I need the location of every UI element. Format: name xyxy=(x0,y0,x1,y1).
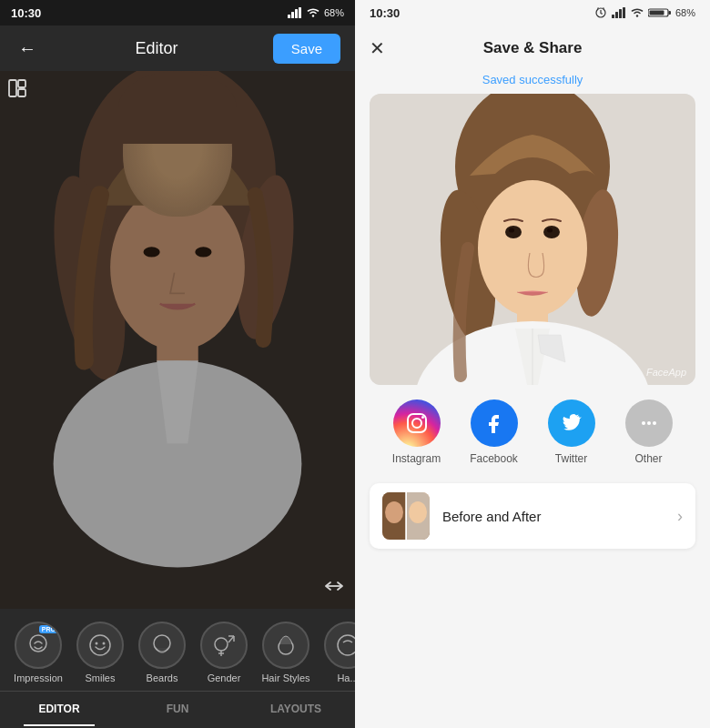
smiles-icon xyxy=(86,632,114,659)
instagram-icon xyxy=(393,399,441,447)
svg-point-24 xyxy=(215,638,228,651)
twitter-svg xyxy=(560,411,583,435)
svg-rect-17 xyxy=(18,89,25,96)
tab-editor[interactable]: EDITOR xyxy=(0,699,118,719)
svg-rect-3 xyxy=(299,7,301,18)
svg-line-28 xyxy=(228,636,234,642)
status-bar-right: 10:30 xyxy=(355,0,710,25)
filter-gender[interactable]: Gender xyxy=(193,618,255,687)
filter-icon-gender xyxy=(200,622,248,669)
time-left: 10:30 xyxy=(11,6,41,20)
filter-toolbar: Impression Smiles xyxy=(0,609,355,691)
twitter-icon xyxy=(548,399,595,447)
svg-point-68 xyxy=(409,501,427,523)
other-label: Other xyxy=(634,452,662,465)
expand-button[interactable] xyxy=(324,579,344,598)
svg-point-63 xyxy=(647,421,651,425)
editor-image-area xyxy=(0,71,355,609)
preview-portrait-svg xyxy=(370,94,695,385)
filter-icon-more xyxy=(324,622,355,669)
facebook-label: Facebook xyxy=(470,452,518,465)
wifi-icon-right xyxy=(630,7,644,18)
svg-rect-1 xyxy=(291,12,294,18)
filter-icon-smiles xyxy=(76,622,124,669)
share-twitter[interactable]: Twitter xyxy=(542,399,601,465)
wifi-icon-left xyxy=(306,7,320,18)
before-after-svg xyxy=(382,492,430,540)
svg-rect-2 xyxy=(295,9,298,18)
filter-smiles[interactable]: Smiles xyxy=(69,618,131,687)
filter-icon-beards xyxy=(138,622,186,669)
svg-rect-44 xyxy=(668,11,671,15)
filter-icon-impression xyxy=(15,622,62,669)
status-bar-left: 10:30 68% xyxy=(0,0,355,25)
more-icon xyxy=(334,632,355,659)
svg-rect-43 xyxy=(649,11,664,15)
battery-right: 68% xyxy=(675,7,695,18)
share-other[interactable]: Other xyxy=(619,399,678,465)
other-icon xyxy=(625,399,673,447)
facebook-icon xyxy=(471,399,518,447)
svg-point-52 xyxy=(509,228,514,233)
before-after-section[interactable]: Before and After › xyxy=(370,483,695,549)
svg-point-4 xyxy=(312,15,314,16)
svg-rect-37 xyxy=(612,15,614,18)
filter-impression[interactable]: Impression xyxy=(7,618,69,687)
header-right: ✕ Save & Share xyxy=(355,25,710,71)
svg-point-22 xyxy=(103,642,106,645)
share-facebook[interactable]: Facebook xyxy=(464,399,523,465)
filter-more[interactable]: Ha... xyxy=(317,618,355,687)
beards-icon xyxy=(148,632,176,659)
svg-rect-16 xyxy=(18,80,25,87)
svg-point-53 xyxy=(547,228,553,233)
svg-point-41 xyxy=(636,15,638,16)
svg-point-49 xyxy=(478,180,587,317)
svg-rect-0 xyxy=(288,15,290,18)
filter-beards[interactable]: Beards xyxy=(131,618,193,687)
expand-icon xyxy=(324,579,344,593)
signal-icon-left xyxy=(288,7,302,18)
filter-row: Impression Smiles xyxy=(0,618,355,687)
filter-label-beards: Beards xyxy=(147,672,178,683)
svg-point-64 xyxy=(653,421,656,425)
filter-label-hairstyles: Hair Styles xyxy=(261,672,309,683)
image-dimmer xyxy=(0,71,355,609)
tab-fun[interactable]: FUN xyxy=(118,699,237,719)
layout-icon xyxy=(7,78,27,98)
editor-title: Editor xyxy=(135,39,178,58)
svg-point-50 xyxy=(505,226,522,238)
svg-point-51 xyxy=(543,226,560,238)
hairstyles-icon xyxy=(272,632,299,659)
share-instagram[interactable]: Instagram xyxy=(387,399,446,465)
header-left: ← Editor Save xyxy=(0,25,355,71)
svg-point-31 xyxy=(338,635,355,655)
signal-icon-right xyxy=(612,7,626,18)
svg-rect-15 xyxy=(9,80,16,96)
preview-image-container: FaceApp xyxy=(370,94,695,385)
tab-layouts[interactable]: LAYOUTS xyxy=(237,699,355,719)
back-button[interactable]: ← xyxy=(15,35,40,63)
instagram-label: Instagram xyxy=(392,452,441,465)
filter-hairstyles[interactable]: Hair Styles xyxy=(255,618,317,687)
faceapp-watermark: FaceApp xyxy=(646,367,686,378)
share-section: Instagram Facebook Twitter xyxy=(355,385,710,480)
impression-icon xyxy=(25,632,52,659)
filter-icon-hairstyles xyxy=(262,622,309,669)
gender-icon xyxy=(210,632,238,659)
svg-point-62 xyxy=(642,421,645,425)
twitter-label: Twitter xyxy=(555,452,587,465)
editor-panel: 10:30 68% ← Editor Save xyxy=(0,0,355,728)
filter-label-smiles: Smiles xyxy=(85,672,115,683)
svg-rect-39 xyxy=(619,9,622,18)
facebook-svg xyxy=(482,411,506,435)
battery-left: 68% xyxy=(324,7,344,18)
save-share-panel: 10:30 xyxy=(355,0,710,728)
battery-icon-right xyxy=(648,7,672,18)
before-after-label: Before and After xyxy=(442,509,677,524)
instagram-svg xyxy=(405,411,429,435)
time-right: 10:30 xyxy=(370,6,400,20)
status-icons-right: 68% xyxy=(593,7,695,18)
save-button[interactable]: Save xyxy=(273,34,340,64)
layout-button[interactable] xyxy=(7,78,27,103)
close-button[interactable]: ✕ xyxy=(370,39,385,57)
